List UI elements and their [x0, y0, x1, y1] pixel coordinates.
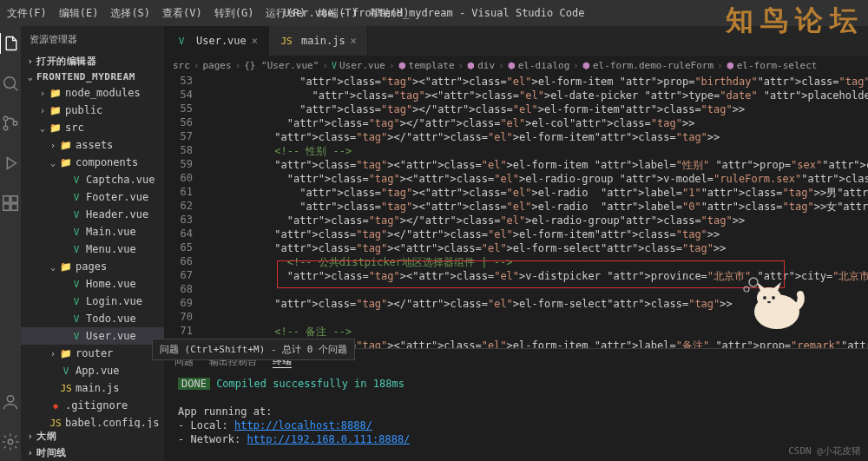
- tree-item[interactable]: ⌄📁pages: [21, 258, 164, 275]
- sidebar-section-timeline[interactable]: ›时间线: [21, 445, 164, 461]
- debug-icon[interactable]: [0, 153, 21, 174]
- account-icon[interactable]: [0, 392, 21, 412]
- sidebar-section-project[interactable]: ⌄FRONTEND_MYDREAM: [21, 69, 164, 84]
- window-title: User.vue - frontend_mydream - Visual Stu…: [284, 7, 585, 19]
- folder-icon: 📁: [49, 105, 62, 116]
- menu-item[interactable]: 转到(G): [214, 6, 254, 21]
- menu-item[interactable]: 选择(S): [110, 6, 150, 21]
- csdn-watermark: CSDN @小花皮猪: [788, 445, 861, 458]
- svg-point-8: [7, 396, 13, 402]
- editor-tabs: VUser.vue×JSmain.js×: [164, 26, 868, 56]
- tree-item[interactable]: VHome.vue: [21, 275, 164, 293]
- explorer-icon[interactable]: [0, 33, 20, 54]
- breadcrumb-item[interactable]: VUser.vue: [332, 60, 385, 71]
- tree-item[interactable]: ›📁node_modules: [21, 84, 164, 102]
- file-tree: ›📁node_modules›📁public⌄📁src›📁assets⌄📁com…: [21, 84, 164, 428]
- breadcrumb-item[interactable]: {} "User.vue": [244, 60, 319, 71]
- vue-icon: V: [69, 296, 83, 307]
- tree-item[interactable]: VTodo.vue: [21, 310, 164, 327]
- close-icon[interactable]: ×: [351, 35, 357, 47]
- menu-item[interactable]: 编辑(E): [59, 6, 99, 21]
- sidebar-section-outline[interactable]: ›大纲: [21, 428, 164, 445]
- menu-item[interactable]: 查看(V): [162, 6, 202, 21]
- tree-item[interactable]: ›📁router: [21, 345, 164, 362]
- local-url[interactable]: http://localhost:8888/: [234, 419, 372, 431]
- done-badge: DONE: [178, 378, 210, 390]
- tree-item[interactable]: VFooter.vue: [21, 188, 164, 206]
- code-area[interactable]: 5354555657585960616263646566676869707172…: [164, 75, 868, 348]
- breadcrumb-item[interactable]: ⬢el-dialog: [508, 60, 570, 71]
- folder-icon: 📁: [49, 122, 62, 134]
- line-gutter: 5354555657585960616263646566676869707172…: [164, 75, 203, 348]
- svg-point-2: [3, 126, 8, 130]
- vue-icon: V: [69, 227, 83, 238]
- tree-item[interactable]: VMenu.vue: [21, 240, 164, 258]
- menu-item[interactable]: 文件(F): [7, 6, 47, 21]
- breadcrumb-item[interactable]: src: [173, 60, 190, 71]
- svg-point-0: [4, 77, 16, 89]
- tree-item[interactable]: ⌄📁components: [21, 154, 164, 171]
- folder-icon: 📁: [49, 88, 62, 99]
- breadcrumb-item[interactable]: ⬢el-form-select: [727, 60, 818, 71]
- folder-icon: 📁: [59, 261, 73, 273]
- editor-tab[interactable]: VUser.vue×: [164, 26, 269, 56]
- network-url[interactable]: http://192.168.0.111:8888/: [247, 433, 410, 445]
- vue-icon: V: [69, 209, 83, 221]
- tree-item[interactable]: JSbabel.config.js: [21, 414, 164, 428]
- search-icon[interactable]: [0, 73, 21, 94]
- vue-icon: V: [174, 36, 188, 47]
- vue-icon: V: [69, 175, 83, 186]
- git-icon: ◆: [49, 400, 62, 412]
- js-icon: JS: [279, 36, 293, 47]
- svg-rect-7: [11, 196, 17, 202]
- svg-rect-6: [11, 204, 17, 210]
- folder-icon: 📁: [59, 157, 73, 168]
- tree-item[interactable]: ⌄📁src: [21, 119, 164, 136]
- breadcrumb[interactable]: src›pages›{} "User.vue"›VUser.vue›⬢templ…: [164, 56, 868, 75]
- breadcrumb-item[interactable]: pages: [203, 60, 232, 71]
- sidebar: 资源管理器 ›打开的编辑器 ⌄FRONTEND_MYDREAM ›📁node_m…: [21, 26, 164, 461]
- source-control-icon[interactable]: [0, 113, 21, 134]
- extensions-icon[interactable]: [0, 193, 21, 214]
- svg-rect-5: [3, 204, 10, 210]
- tree-item[interactable]: VCaptcha.vue: [21, 171, 164, 188]
- titlebar: 文件(F)编辑(E)选择(S)查看(V)转到(G)运行(R)终端(T)帮助(H)…: [0, 0, 868, 26]
- breadcrumb-item[interactable]: ⬢template: [398, 60, 455, 71]
- folder-icon: 📁: [59, 348, 73, 359]
- svg-rect-4: [3, 196, 10, 202]
- tree-item[interactable]: ◆.gitignore: [21, 397, 164, 414]
- vue-icon: V: [69, 192, 83, 203]
- tree-item[interactable]: ›📁public: [21, 102, 164, 119]
- editor-tab[interactable]: JSmain.js×: [269, 26, 368, 56]
- tree-item[interactable]: JSmain.js: [21, 379, 164, 397]
- tree-item[interactable]: ›📁assets: [21, 136, 164, 154]
- tree-item[interactable]: VLogin.vue: [21, 293, 164, 310]
- term-app-running: App running at:: [178, 405, 868, 418]
- svg-point-1: [3, 116, 8, 121]
- sidebar-title: 资源管理器: [21, 26, 164, 53]
- breadcrumb-item[interactable]: ⬢el-form.demo-ruleForm: [582, 60, 713, 71]
- close-icon[interactable]: ×: [252, 35, 258, 47]
- terminal-panel: 问题 输出控制台 终端 node ⌄ ＋ ⧉ 🗑 ⋯ ⌄ ✕ DONE Comp…: [164, 348, 868, 461]
- activity-bar: [0, 26, 21, 461]
- vue-icon: V: [69, 244, 83, 255]
- svg-point-9: [8, 439, 13, 445]
- vue-icon: V: [59, 366, 73, 377]
- js-icon: JS: [59, 383, 73, 394]
- breadcrumb-item[interactable]: ⬢div: [467, 60, 495, 71]
- vue-icon: V: [69, 331, 83, 342]
- vue-icon: V: [69, 279, 83, 290]
- code-content[interactable]: "attr">class="tag"><"attr">class="el">el…: [203, 75, 868, 348]
- terminal-body[interactable]: DONE Compiled successfully in 188ms22:55…: [164, 373, 868, 461]
- sidebar-section-editors[interactable]: ›打开的编辑器: [21, 53, 164, 69]
- svg-point-3: [13, 122, 17, 126]
- folder-icon: 📁: [59, 140, 73, 151]
- problems-tooltip: 问题 (Ctrl+Shift+M) - 总计 0 个问题: [152, 339, 355, 360]
- vue-icon: V: [69, 313, 83, 325]
- tree-item[interactable]: VApp.vue: [21, 362, 164, 379]
- js-icon: JS: [49, 418, 62, 429]
- tree-item[interactable]: VMain.vue: [21, 223, 164, 240]
- tree-item[interactable]: VUser.vue: [21, 327, 164, 345]
- gear-icon[interactable]: [0, 431, 21, 452]
- tree-item[interactable]: VHeader.vue: [21, 206, 164, 223]
